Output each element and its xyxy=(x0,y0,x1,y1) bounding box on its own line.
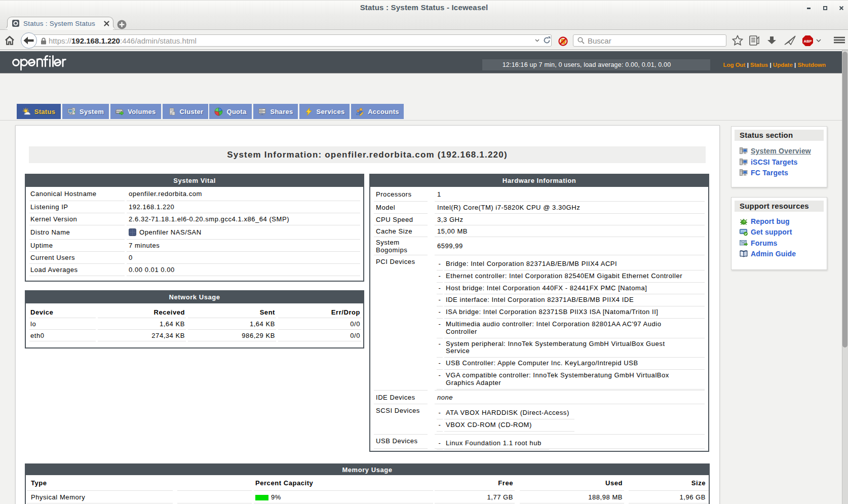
svg-text:ABP: ABP xyxy=(804,39,812,44)
